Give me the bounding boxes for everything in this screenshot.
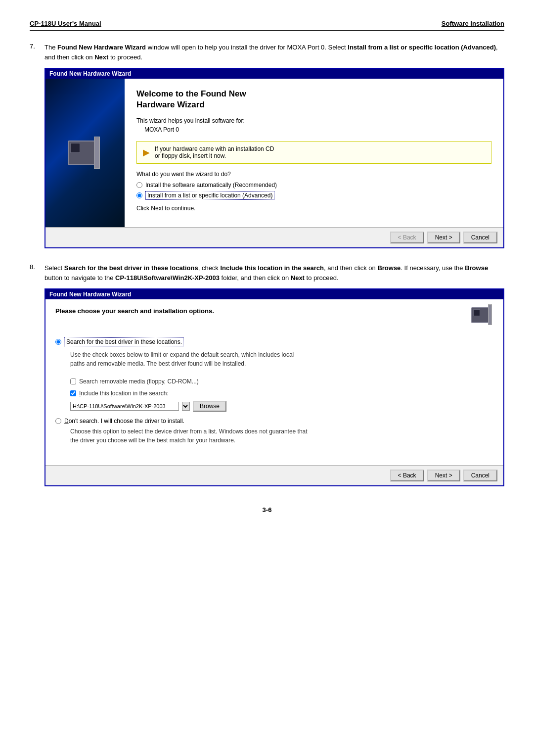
step7-bold2: Install from a list or specific location… <box>348 44 496 51</box>
step-7: 7. The Found New Hardware Wizard window … <box>30 43 504 62</box>
left-panel-icon <box>68 89 102 227</box>
dialog1-back-button[interactable]: < Back <box>390 232 424 243</box>
step-7-number: 7. <box>30 43 44 50</box>
dialog1-cancel-button[interactable]: Cancel <box>463 232 497 243</box>
icon-chip <box>70 143 80 153</box>
dialog1-left-panel <box>45 79 125 227</box>
checkbox-location-input[interactable] <box>70 390 76 396</box>
dialog1-right-panel: Welcome to the Found NewHardware Wizard … <box>125 79 503 227</box>
step8-bold6: Next <box>291 274 305 282</box>
search-radio-option[interactable]: Search for the best driver in these loca… <box>55 337 493 346</box>
step-8-content: Select Search for the best driver in the… <box>44 263 504 283</box>
location-input[interactable] <box>70 402 179 411</box>
page-number: 3-6 <box>30 506 504 514</box>
step7-bold1: Found New Hardware Wizard <box>57 44 146 51</box>
dialog1-subtitle: This wizard helps you install software f… <box>136 117 491 124</box>
search-sub-options: Use the check boxes below to limit or ex… <box>70 350 493 412</box>
dialog2-header-text: Please choose your search and installati… <box>55 307 214 315</box>
page-header: CP-118U User's Manual Software Installat… <box>30 20 504 31</box>
checkbox-removable-input[interactable] <box>70 378 76 384</box>
location-row: ▼ Browse <box>70 401 493 412</box>
dialog-2: Found New Hardware Wizard Please choose … <box>44 288 504 486</box>
dont-search-radio-label: Don't search. I will choose the driver t… <box>64 418 184 425</box>
radio-dont-search[interactable] <box>55 418 61 424</box>
step7-bold3: Next <box>94 53 108 61</box>
dont-search-radio-option[interactable]: Don't search. I will choose the driver t… <box>55 418 493 425</box>
radio-advanced[interactable] <box>136 192 142 198</box>
dialog1-option1-label: Install the software automatically (Reco… <box>145 182 277 189</box>
location-dropdown[interactable]: ▼ <box>182 402 190 411</box>
dialog1-option1[interactable]: Install the software automatically (Reco… <box>136 182 491 189</box>
search-radio-group: Search for the best driver in these loca… <box>55 337 493 412</box>
dialog1-question: What do you want the wizard to do? <box>136 171 491 178</box>
icon-bracket-small <box>488 304 492 325</box>
dialog2-header: Please choose your search and installati… <box>55 307 493 330</box>
checkbox-location[interactable]: Include this location in the search: <box>70 389 493 398</box>
section-title: Software Installation <box>442 20 504 27</box>
dialog2-titlebar: Found New Hardware Wizard <box>45 289 503 299</box>
dialog2-next-button[interactable]: Next > <box>427 470 460 481</box>
dont-search-description: Choose this option to select the device … <box>70 427 493 445</box>
step8-bold4: Browse <box>465 264 488 272</box>
hardware-icon-small <box>471 307 493 330</box>
step8-bold1: Search for the best driver in these loca… <box>64 264 198 272</box>
radio-auto[interactable] <box>136 182 142 188</box>
step-8-number: 8. <box>30 263 44 271</box>
hardware-icon-large <box>68 141 102 175</box>
icon-bracket <box>94 137 100 169</box>
step8-bold2: Include this location in the search <box>220 264 324 272</box>
info-icon: ▶ <box>143 147 150 158</box>
step-7-content: The Found New Hardware Wizard window wil… <box>44 43 504 62</box>
dialog1-info-text: If your hardware came with an installati… <box>155 145 274 159</box>
checkbox-removable-label: Search removable media (floppy, CD-ROM..… <box>79 377 199 386</box>
dialog1-footer-text: Click Next to continue. <box>136 205 491 212</box>
dialog1-option2-label: Install from a list or specific location… <box>145 191 274 200</box>
dialog1-next-button[interactable]: Next > <box>427 232 460 243</box>
checkbox-removable[interactable]: Search removable media (floppy, CD-ROM..… <box>70 377 493 386</box>
dialog1-titlebar: Found New Hardware Wizard <box>45 69 503 79</box>
icon-chip-small <box>473 309 480 316</box>
search-radio-label: Search for the best driver in these loca… <box>64 337 184 346</box>
dialog1-device: MOXA Port 0 <box>144 126 491 133</box>
step8-bold5: CP-118U\Software\Win2K-XP-2003 <box>115 274 220 282</box>
checkbox-location-label: Include this location in the search: <box>79 389 169 398</box>
dialog1-footer: < Back Next > Cancel <box>45 227 503 247</box>
dialog2-body: Please choose your search and installati… <box>45 299 503 465</box>
browse-button[interactable]: Browse <box>193 401 226 412</box>
dialog1-title: Welcome to the Found NewHardware Wizard <box>136 89 491 110</box>
dialog2-footer: < Back Next > Cancel <box>45 465 503 485</box>
dialog-1: Found New Hardware Wizard Welcome to the… <box>44 68 504 248</box>
manual-title: CP-118U User's Manual <box>30 20 101 27</box>
dont-search-radio-group: Don't search. I will choose the driver t… <box>55 418 493 445</box>
step-8: 8. Select Search for the best driver in … <box>30 263 504 283</box>
dialog1-body: Welcome to the Found NewHardware Wizard … <box>45 79 503 227</box>
search-description: Use the check boxes below to limit or ex… <box>70 351 294 367</box>
dialog1-info-box: ▶ If your hardware came with an installa… <box>136 141 491 164</box>
dialog1-option2[interactable]: Install from a list or specific location… <box>136 191 491 200</box>
step8-bold3: Browse <box>377 264 400 272</box>
radio-search[interactable] <box>55 339 61 345</box>
dialog2-cancel-button[interactable]: Cancel <box>463 470 497 481</box>
dialog2-back-button[interactable]: < Back <box>390 470 424 481</box>
